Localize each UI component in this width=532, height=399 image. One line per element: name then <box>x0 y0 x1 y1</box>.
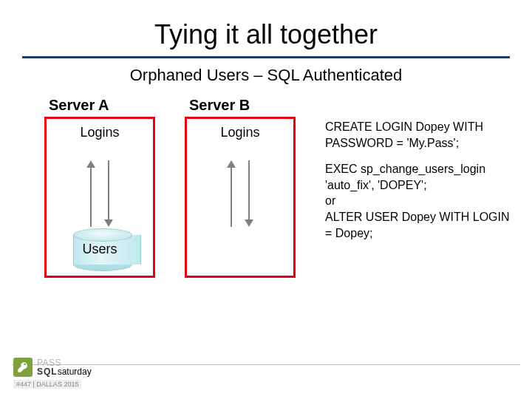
sql-saturday-logo: PASS SQLsaturday <box>13 358 92 377</box>
server-a-arrows <box>47 160 153 227</box>
arrow-up-icon <box>86 160 96 227</box>
event-tag: #447 | DALLAS 2015 <box>13 380 81 389</box>
logo-saturday: saturday <box>58 366 92 377</box>
server-a-box: Logins Users <box>44 117 155 278</box>
slide-subtitle: Orphaned Users – SQL Authenticated <box>0 66 532 85</box>
title-area: Tying it all together <box>0 0 532 55</box>
key-icon <box>13 358 33 377</box>
server-b-arrows <box>187 160 293 227</box>
server-a-logins-label: Logins <box>47 125 153 140</box>
server-b-box: Logins <box>185 117 296 278</box>
arrow-down-icon <box>244 160 254 227</box>
sql-fix-user: EXEC sp_change_users_login 'auto_fix', '… <box>325 161 510 241</box>
server-b-column: Server B Logins <box>185 97 303 278</box>
arrow-up-icon <box>226 160 236 227</box>
logo-sql: SQL <box>37 366 58 377</box>
server-a-column: Server A Logins Users <box>44 97 163 278</box>
server-b-logins-label: Logins <box>187 125 293 140</box>
sql-code-column: CREATE LOGIN Dopey WITH PASSWORD = 'My.P… <box>325 97 510 251</box>
logo-text: PASS SQLsaturday <box>37 358 92 376</box>
arrow-down-icon <box>103 160 114 227</box>
footer: PASS SQLsaturday #447 | DALLAS 2015 <box>13 358 92 389</box>
title-underline <box>22 56 510 58</box>
slide: Tying it all together Orphaned Users – S… <box>0 0 532 399</box>
slide-body: Server A Logins Users Server B Logins <box>0 97 532 278</box>
server-a-users-label: Users <box>47 242 153 257</box>
server-a-label: Server A <box>44 97 163 114</box>
server-b-label: Server B <box>185 97 303 114</box>
sql-create-login: CREATE LOGIN Dopey WITH PASSWORD = 'My.P… <box>325 119 510 151</box>
slide-title: Tying it all together <box>30 19 502 50</box>
